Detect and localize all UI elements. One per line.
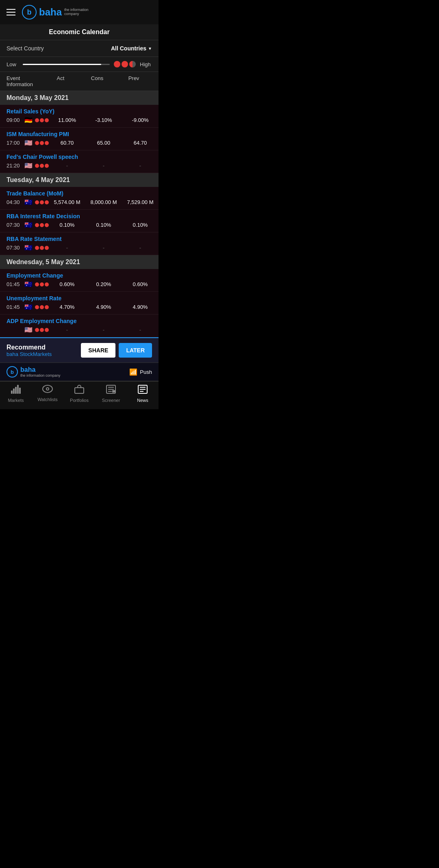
importance-dot <box>45 223 49 227</box>
ad-logo-text-group: baha the information company <box>20 366 61 378</box>
event-row[interactable]: ADP Employment Change 🇺🇸 - - - <box>0 315 159 337</box>
importance-indicator <box>35 246 49 250</box>
prev-value: - <box>122 163 159 169</box>
push-button[interactable]: 📶 Push <box>129 368 152 376</box>
svg-rect-0 <box>11 391 13 394</box>
event-title[interactable]: RBA Interest Rate Decision <box>7 213 152 219</box>
col-prev: Prev <box>115 75 152 87</box>
event-data-row: 21:20 🇺🇸 - - - <box>7 162 152 169</box>
nav-item-markets[interactable]: Markets <box>4 385 28 403</box>
country-flag: 🇦🇺 <box>24 221 33 229</box>
event-row[interactable]: Trade Balance (MoM) 04:30 🇦🇺 5,574.00 M … <box>0 187 159 210</box>
event-title[interactable]: Fed's Chair Powell speech <box>7 154 152 160</box>
event-meta: 09:00 🇩🇪 <box>7 116 49 124</box>
event-time: 07:30 <box>7 245 22 251</box>
later-button[interactable]: LATER <box>119 343 152 358</box>
cons-value: - <box>85 327 122 333</box>
day-header: Wednesday, 5 May 2021 <box>0 255 159 269</box>
event-time: 04:30 <box>7 199 22 205</box>
event-meta: 🇺🇸 <box>7 326 49 334</box>
push-label: Push <box>140 369 152 375</box>
nav-item-screener[interactable]: Screener <box>99 385 123 403</box>
act-value: 5,574.00 M <box>49 199 85 205</box>
prev-value: 7,529.00 M <box>122 199 159 205</box>
cons-value: - <box>85 163 122 169</box>
day-header: Monday, 3 May 2021 <box>0 91 159 105</box>
nav-item-watchlists[interactable]: Watchlists <box>35 385 60 403</box>
importance-dot <box>45 282 49 286</box>
act-value: 0.60% <box>49 281 85 287</box>
prev-value: - <box>122 327 159 333</box>
importance-dot <box>40 282 44 286</box>
event-meta: 21:20 🇺🇸 <box>7 162 49 169</box>
event-row[interactable]: Fed's Chair Powell speech 21:20 🇺🇸 - - - <box>0 150 159 173</box>
country-value[interactable]: All Countries ▼ <box>111 45 152 52</box>
country-flag: 🇺🇸 <box>24 326 33 334</box>
importance-dot <box>45 118 49 122</box>
slider-track[interactable] <box>23 64 110 65</box>
nav-item-portfolios[interactable]: Portfolios <box>67 385 91 403</box>
event-row[interactable]: Retail Sales (YoY) 09:00 🇩🇪 11.00% -3.10… <box>0 105 159 128</box>
event-time: 01:45 <box>7 281 22 287</box>
event-time: 01:45 <box>7 304 22 310</box>
act-value: 4.70% <box>49 304 85 310</box>
act-value: 11.00% <box>49 117 85 123</box>
event-row[interactable]: Employment Change 01:45 🇦🇺 0.60% 0.20% 0… <box>0 269 159 292</box>
act-value: - <box>49 163 85 169</box>
importance-dot <box>45 246 49 250</box>
importance-indicator <box>35 305 49 309</box>
country-flag: 🇦🇺 <box>24 303 33 311</box>
importance-indicator <box>35 328 49 332</box>
ad-logo-name: baha <box>20 366 61 373</box>
prev-value: 64.70 <box>122 140 159 146</box>
act-value: 60.70 <box>49 140 85 146</box>
table-header: Event Information Act Cons Prev <box>0 72 159 91</box>
importance-dot <box>40 328 44 332</box>
ad-logo: b baha the information company <box>7 366 61 378</box>
importance-dot <box>35 118 39 122</box>
event-title[interactable]: Employment Change <box>7 272 152 279</box>
event-title[interactable]: Unemployment Rate <box>7 295 152 302</box>
event-values: 11.00% -3.10% -9.00% <box>49 117 159 123</box>
event-title[interactable]: ADP Employment Change <box>7 318 152 324</box>
event-values: 5,574.00 M 8,000.00 M 7,529.00 M <box>49 199 159 205</box>
event-title[interactable]: ISM Manufacturing PMI <box>7 131 152 137</box>
calendar-body: Monday, 3 May 2021 Retail Sales (YoY) 09… <box>0 91 159 337</box>
importance-dot <box>40 305 44 309</box>
col-cons: Cons <box>79 75 115 87</box>
share-button[interactable]: SHARE <box>81 343 115 358</box>
event-values: - - - <box>49 163 159 169</box>
event-title[interactable]: Trade Balance (MoM) <box>7 190 152 197</box>
event-title[interactable]: Retail Sales (YoY) <box>7 108 152 115</box>
event-row[interactable]: RBA Rate Statement 07:30 🇦🇺 - - - <box>0 232 159 255</box>
event-title[interactable]: RBA Rate Statement <box>7 236 152 242</box>
recommend-sub: baha StockMarkets <box>7 351 52 357</box>
importance-dot <box>40 223 44 227</box>
importance-dots <box>114 61 136 67</box>
importance-indicator <box>35 164 49 168</box>
event-row[interactable]: RBA Interest Rate Decision 07:30 🇦🇺 0.10… <box>0 210 159 232</box>
svg-point-7 <box>47 388 48 390</box>
importance-dot <box>45 305 49 309</box>
event-row[interactable]: ISM Manufacturing PMI 17:00 🇺🇸 60.70 65.… <box>0 128 159 150</box>
importance-dot-2 <box>122 61 128 67</box>
event-time: 09:00 <box>7 117 22 123</box>
hamburger-menu[interactable] <box>7 9 15 15</box>
recommend-banner: Recommend baha StockMarkets SHARE LATER <box>0 337 159 362</box>
country-selector[interactable]: Select Country All Countries ▼ <box>0 40 159 57</box>
importance-dot <box>35 164 39 168</box>
country-flag: 🇦🇺 <box>24 244 33 252</box>
event-data-row: 07:30 🇦🇺 - - - <box>7 244 152 252</box>
act-value: - <box>49 327 85 333</box>
event-row[interactable]: Unemployment Rate 01:45 🇦🇺 4.70% 4.90% 4… <box>0 292 159 315</box>
col-act: Act <box>42 75 79 87</box>
prev-value: 0.10% <box>122 222 159 228</box>
event-time: 17:00 <box>7 140 22 146</box>
nav-item-news[interactable]: News <box>130 385 155 403</box>
country-flag: 🇺🇸 <box>24 139 33 147</box>
news-icon <box>138 385 148 396</box>
day-header: Tuesday, 4 May 2021 <box>0 173 159 187</box>
importance-indicator <box>35 118 49 122</box>
nav-label-screener: Screener <box>102 398 120 403</box>
event-data-row: 01:45 🇦🇺 0.60% 0.20% 0.60% <box>7 280 152 288</box>
